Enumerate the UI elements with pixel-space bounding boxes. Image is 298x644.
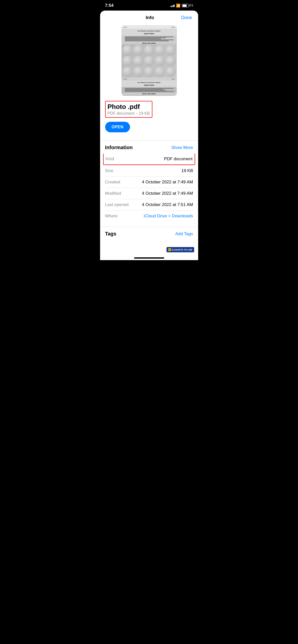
info-row-modified: Modified 4 October 2022 at 7:49 AM <box>105 188 193 199</box>
file-meta: PDF document – 19 KB <box>108 111 150 116</box>
information-title: Information <box>105 145 133 150</box>
battery-icon <box>182 4 189 7</box>
info-label-where: Where <box>105 214 118 219</box>
info-value-created: 4 October 2022 at 7:49 AM <box>142 180 193 185</box>
pdf-title1: rica Papaya Leaf Extract Tablets <box>123 30 176 32</box>
info-row-kind: Kind PDF document <box>103 153 195 165</box>
status-icons: 📶 73 <box>171 4 193 8</box>
info-label-kind: Kind <box>106 156 114 162</box>
file-name: Photo .pdf <box>108 103 150 111</box>
battery-percent: 73 <box>190 4 193 7</box>
info-label-size: Size <box>105 168 113 173</box>
info-label-modified: Modified <box>105 191 121 196</box>
info-value-modified: 4 October 2022 at 7:49 AM <box>142 191 193 196</box>
watermark-g: G <box>168 248 171 251</box>
tags-section: Tags Add Tags <box>100 231 198 237</box>
info-row-where: Where iCloud Drive > Downloads <box>105 210 193 222</box>
info-label-last-opened: Last opened <box>105 202 129 207</box>
divider-2 <box>100 227 198 227</box>
pdf-title2: rica Papaya Leaf Extract Tablets <box>123 81 176 84</box>
info-value-size: 19 KB <box>181 168 193 173</box>
information-section-header: Information Show More <box>105 145 193 150</box>
pdf-company2: MICRO LABS LIMITED <box>122 93 177 95</box>
info-row-size: Size 19 KB <box>105 165 193 176</box>
pdf-preview: Caripill Caripill rica Papaya Leaf Extra… <box>121 25 177 96</box>
divider-1 <box>100 140 198 141</box>
status-bar: 7:54 📶 73 <box>100 0 198 10</box>
watermark-text: GADGETS TO USE <box>172 249 192 251</box>
pdf-top-strip2: Caripill Caripill <box>122 77 177 80</box>
info-sheet: Info Done Caripill Caripill rica Papaya … <box>100 11 198 260</box>
pdf-preview-container: Caripill Caripill rica Papaya Leaf Extra… <box>100 23 198 101</box>
pdf-pill-grid1 <box>122 44 177 77</box>
home-bar <box>134 257 164 259</box>
open-button[interactable]: OPEN <box>105 122 130 132</box>
pdf-pill-grid2 <box>122 95 177 96</box>
info-value-kind: PDF document <box>164 156 192 162</box>
watermark: G GADGETS TO USE <box>166 247 194 252</box>
pdf-subtitle2: aripill Tablet <box>123 84 176 87</box>
pdf-subtitle1: aripill Tablet <box>123 32 176 35</box>
home-indicator <box>100 255 198 260</box>
information-section: Information Show More Kind PDF document … <box>100 145 198 222</box>
info-label-created: Created <box>105 180 120 185</box>
file-info-section: Photo .pdf PDF document – 19 KB OPEN <box>100 101 198 136</box>
add-tags-button[interactable]: Add Tags <box>175 231 193 236</box>
status-time: 7:54 <box>105 3 114 8</box>
pdf-company1: MICRO LABS LIMITED <box>122 42 177 44</box>
info-row-last-opened: Last opened 4 October 2022 at 7:51 AM <box>105 199 193 210</box>
done-button[interactable]: Done <box>181 15 192 20</box>
tags-title: Tags <box>105 231 116 237</box>
info-row-created: Created 4 October 2022 at 7:49 AM <box>105 176 193 188</box>
show-more-button[interactable]: Show More <box>172 145 193 150</box>
info-table: Kind PDF document Size 19 KB Created 4 O… <box>105 153 193 222</box>
info-value-where[interactable]: iCloud Drive > Downloads <box>144 214 193 219</box>
wifi-icon: 📶 <box>176 4 180 8</box>
signal-bars-icon <box>171 4 175 7</box>
sheet-title: Info <box>119 15 181 20</box>
tags-section-header: Tags Add Tags <box>105 231 193 237</box>
sheet-header: Info Done <box>100 11 198 23</box>
info-value-last-opened: 4 October 2022 at 7:51 AM <box>142 202 193 207</box>
file-name-box: Photo .pdf PDF document – 19 KB <box>105 101 152 118</box>
pdf-top-strip: Caripill Caripill <box>122 26 177 29</box>
